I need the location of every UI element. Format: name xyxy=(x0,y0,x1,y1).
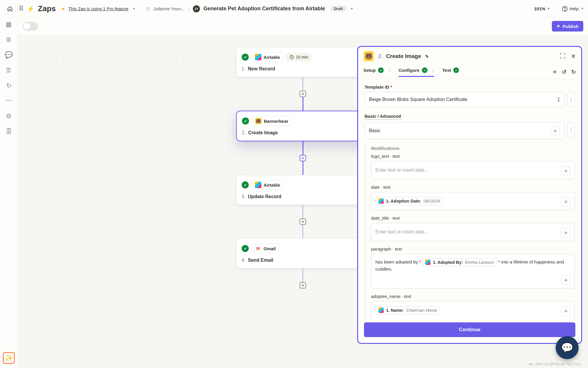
node-2[interactable]: ⋮ 🐻 Bannerbear 2. Create Image xyxy=(236,111,370,141)
node-title: 3. Update Record xyxy=(242,194,364,199)
interval-label: 15 min xyxy=(296,55,308,59)
status-check-icon xyxy=(242,245,249,252)
home-button[interactable] xyxy=(5,4,15,14)
enable-toggle[interactable] xyxy=(22,22,38,31)
pro-feature-link[interactable]: This Zap is using 1 Pro feature xyxy=(69,6,128,11)
title-caret-icon[interactable]: ▾ xyxy=(351,7,353,11)
app-chip-label: Airtable xyxy=(264,183,280,188)
date-input[interactable]: 1. Adoption Date: 08/10/24 ＋ xyxy=(371,192,575,210)
field-date: date · text 1. Adoption Date: 08/10/24 ＋ xyxy=(371,185,575,210)
adoptee-input[interactable]: 1. Name: Chairman Meow ＋ xyxy=(371,301,575,319)
rail-copilot-button[interactable]: ✨ xyxy=(3,352,15,364)
add-step-button[interactable]: + xyxy=(300,218,306,225)
mapped-value-pill[interactable]: 1. Name: Chairman Meow xyxy=(375,306,440,314)
app-chip-label: Gmail xyxy=(264,246,276,251)
step-panel: 🐻 2. Create Image ✎ ⛶ ✕ Setup Configure xyxy=(357,46,582,344)
rail-settings-icon[interactable]: ⚙ xyxy=(6,112,12,120)
canvas[interactable]: ✦ Publish ⋮ Airtable xyxy=(18,18,588,368)
rail-activity-icon[interactable]: 〰 xyxy=(6,97,12,105)
tab-setup[interactable]: Setup xyxy=(363,67,390,77)
modifications-label: Modifications xyxy=(371,146,575,151)
panel-app-icon: 🐻 xyxy=(363,51,374,62)
ai-sparkle-icon[interactable]: ✧ xyxy=(552,69,557,75)
insert-data-icon[interactable]: ＋ xyxy=(550,126,560,135)
status-check-icon xyxy=(378,67,384,73)
basic-adv-select[interactable]: Basic ＋ xyxy=(365,122,564,139)
rail-comment-icon[interactable]: 💬 xyxy=(5,51,13,59)
tab-test[interactable]: Test xyxy=(442,67,459,77)
paragraph-text: has been adopted by * 1. Adopted By: Emm… xyxy=(375,258,570,272)
polling-interval[interactable]: 15 min xyxy=(286,53,311,61)
publish-label: Publish xyxy=(563,24,579,29)
insert-data-icon[interactable]: ＋ xyxy=(561,228,570,237)
expand-icon[interactable]: ⛶ xyxy=(560,53,566,60)
airtable-icon xyxy=(255,182,261,188)
node-title: 4. Send Email xyxy=(242,258,364,263)
rail-archive-icon[interactable]: 🗄 xyxy=(6,128,12,135)
zoom-caret-icon: ▾ xyxy=(548,7,549,11)
breadcrumb-sep: / xyxy=(188,6,189,11)
paragraph-label: paragraph · text xyxy=(371,246,575,251)
version-label: ver. 2024-11-28T00-18-761c711c xyxy=(529,362,581,366)
rail-apps-icon[interactable]: ▦ xyxy=(6,21,12,28)
owner-avatar[interactable]: JY xyxy=(193,5,200,12)
help-caret-icon: ▾ xyxy=(582,7,583,11)
status-check-icon xyxy=(422,67,427,73)
draft-badge: Draft xyxy=(330,6,346,12)
zoom-indicator[interactable]: 101% ▾ xyxy=(534,6,549,11)
breadcrumb-folder[interactable]: Julianne Youn... xyxy=(153,6,185,11)
rail-history-icon[interactable]: ↻ xyxy=(6,82,11,89)
tab-configure[interactable]: Configure xyxy=(399,67,434,77)
undo-icon[interactable]: ↺ xyxy=(562,69,567,75)
rail-note-icon[interactable]: 🗎 xyxy=(6,36,12,44)
bannerbear-icon: 🐻 xyxy=(255,118,262,124)
field-adoptee-name: adoptee_name · text 1. Name: Chairman Me… xyxy=(371,294,575,319)
node-4[interactable]: ⋮ M Gmail 4. Send Email xyxy=(236,238,370,268)
add-step-button[interactable]: + xyxy=(300,91,306,97)
zap-title[interactable]: Generate Pet Adoption Certificates from … xyxy=(203,6,325,12)
app-chip[interactable]: 🐻 Bannerbear xyxy=(252,116,292,126)
logo-text-input[interactable]: Enter text or insert data... ＋ xyxy=(371,161,575,179)
panel-title: 2. Create Image ✎ xyxy=(378,53,429,59)
apps-icon[interactable]: ⠿ xyxy=(19,5,24,13)
pro-caret-icon[interactable]: ▾ xyxy=(133,7,135,11)
connector xyxy=(303,141,303,155)
chat-bubble-button[interactable]: 💬 xyxy=(556,336,579,359)
svg-point-1 xyxy=(564,10,565,10)
continue-button[interactable]: Continue xyxy=(364,322,575,337)
add-step-button[interactable]: + xyxy=(300,282,306,289)
app-chip[interactable]: M Gmail xyxy=(252,243,279,253)
airtable-icon xyxy=(378,198,384,204)
folder-icon: 🗀 xyxy=(146,6,150,11)
insert-data-icon[interactable]: ＋ xyxy=(561,306,570,316)
redo-icon[interactable]: ↻ xyxy=(571,69,576,75)
rail-calendar-icon[interactable]: 🗓 xyxy=(6,67,12,74)
insert-data-icon[interactable]: ＋ xyxy=(561,197,570,206)
template-label: Template ID xyxy=(365,84,389,89)
close-icon[interactable]: ✕ xyxy=(571,53,576,60)
field-menu-icon[interactable]: ⋮ xyxy=(567,122,575,137)
add-step-button[interactable]: + xyxy=(300,155,306,161)
field-menu-icon[interactable]: ⋮ xyxy=(567,92,575,107)
gmail-icon: M xyxy=(255,245,261,252)
node-3[interactable]: ⋮ Airtable 3. Update Record xyxy=(236,175,370,205)
help-menu[interactable]: Help ▾ xyxy=(562,6,583,12)
node-1[interactable]: ⋮ Airtable 15 min 1. New xyxy=(236,47,370,77)
stage-header: ✦ Publish xyxy=(18,18,588,35)
star-icon: ★ xyxy=(61,6,65,11)
status-check-icon xyxy=(453,67,459,73)
app-chip[interactable]: Airtable xyxy=(252,52,283,62)
paragraph-input[interactable]: has been adopted by * 1. Adopted By: Emm… xyxy=(371,254,575,289)
date-title-input[interactable]: Enter text or insert data... ＋ xyxy=(371,223,575,241)
publish-button[interactable]: ✦ Publish xyxy=(552,21,583,32)
insert-data-icon[interactable]: ＋ xyxy=(561,166,570,175)
required-marker: * xyxy=(390,84,392,89)
rename-icon[interactable]: ✎ xyxy=(425,54,429,59)
template-select[interactable]: Beige Brown Blobs Square Adoption Certif… xyxy=(365,92,564,107)
mapped-value-pill[interactable]: 1. Adoption Date: 08/10/24 xyxy=(375,197,443,205)
help-label: Help xyxy=(569,6,579,11)
insert-data-icon[interactable]: ＋ xyxy=(561,275,570,285)
app-chip[interactable]: Airtable xyxy=(252,180,283,190)
mapped-value-pill[interactable]: 1. Adopted By: Emma Larsson xyxy=(422,258,497,266)
basic-adv-value: Basic xyxy=(369,128,380,133)
